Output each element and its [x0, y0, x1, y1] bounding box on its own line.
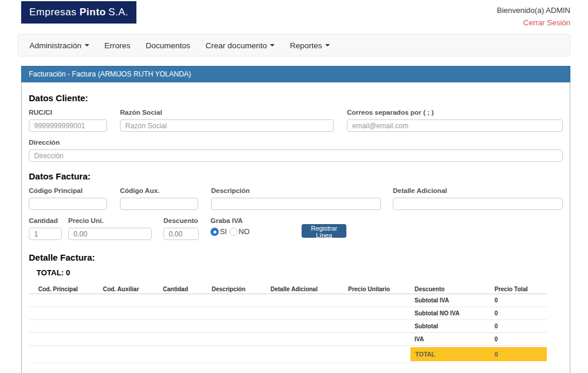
caret-down-icon — [270, 44, 275, 46]
cantidad-label: Cantidad — [29, 217, 62, 224]
summary-label: Subtotal IVA — [415, 297, 449, 304]
col-detalle-adicional: Detalle Adicional — [270, 286, 318, 292]
col-cod-auxiliar: Cod. Auxiliar — [103, 286, 139, 292]
total-highlight-bar: TOTAL 0 — [410, 347, 547, 361]
panel-title: Facturación - Factura (ARMIJOS RUTH YOLA… — [21, 66, 570, 82]
razon-social-label: Razón Social — [120, 109, 334, 116]
panel-body: Datos Cliente: RUC/CI Razón Social Corre… — [21, 82, 570, 373]
summary-value: 0 — [495, 310, 498, 317]
ruc-input[interactable] — [29, 119, 107, 132]
descripcion-input[interactable] — [211, 198, 381, 210]
summary-label: IVA — [415, 336, 424, 342]
logo-text-bold: Pinto — [79, 6, 106, 18]
codigo-aux-label: Código Aux. — [120, 187, 198, 194]
table-header-row: Cod. Principal Cod. Auxiliar Cantidad De… — [29, 284, 547, 294]
nav-item-label: Administración — [29, 41, 82, 50]
registrar-linea-button[interactable]: Registrar Línea — [302, 224, 346, 238]
col-descripcion: Descripción — [212, 286, 245, 292]
cantidad-input[interactable] — [29, 228, 62, 240]
nav-item-errores[interactable]: Errores — [97, 35, 138, 56]
codigo-principal-label: Código Principal — [29, 187, 107, 194]
col-precio-total: Precio Total — [495, 286, 528, 292]
summary-value: 0 — [495, 336, 498, 342]
correos-label: Correos separados por ( ; ) — [347, 109, 563, 116]
descuento-input[interactable] — [163, 228, 199, 240]
logout-link[interactable]: Cerrar Sesión — [523, 18, 570, 27]
summary-value: 0 — [495, 297, 498, 304]
table-row-subtotal: Subtotal 0 — [29, 320, 547, 333]
client-row-2: Dirección — [29, 139, 563, 162]
caret-down-icon — [325, 44, 330, 46]
nav-item-administracion[interactable]: Administración — [22, 35, 97, 56]
summary-label: Subtotal — [415, 323, 438, 329]
nav-item-reportes[interactable]: Reportes — [282, 35, 338, 56]
logo-text-suffix: S.A. — [108, 6, 128, 18]
codigo-aux-input[interactable] — [120, 198, 198, 210]
invoice-panel: Facturación - Factura (ARMIJOS RUTH YOLA… — [21, 66, 570, 373]
ruc-label: RUC/CI — [29, 109, 107, 116]
company-logo: Empresas Pinto S.A. — [21, 1, 136, 24]
nav-item-documentos[interactable]: Documentos — [138, 35, 198, 56]
precio-uni-input[interactable] — [68, 228, 152, 240]
razon-social-input[interactable] — [120, 119, 334, 132]
nav-item-label: Reportes — [290, 41, 322, 50]
invoice-section-heading: Datos Factura: — [29, 171, 563, 181]
detail-table: Cod. Principal Cod. Auxiliar Cantidad De… — [29, 284, 547, 363]
detalle-adicional-input[interactable] — [393, 198, 563, 210]
nav-item-label: Errores — [105, 41, 131, 50]
invoice-row-1: Código Principal Código Aux. Descripción… — [29, 187, 563, 210]
radio-si[interactable] — [211, 228, 219, 236]
col-cantidad: Cantidad — [163, 286, 188, 292]
precio-uni-label: Precio Uni. — [68, 217, 152, 224]
graba-iva-label: Graba IVA — [211, 217, 252, 224]
table-row-total: TOTAL 0 — [29, 346, 547, 363]
col-precio-unitario: Precio Unitario — [348, 286, 390, 292]
radio-si-label: SI — [220, 228, 227, 236]
total-line: TOTAL: 0 — [36, 268, 563, 277]
nav-item-label: Crear documento — [206, 41, 267, 50]
direccion-label: Dirección — [29, 139, 563, 146]
logo-text-prefix: Empresas — [29, 6, 77, 18]
correos-input[interactable] — [347, 119, 563, 132]
radio-no[interactable] — [229, 228, 238, 236]
invoice-row-2: Cantidad Precio Uni. Descuento Graba IVA… — [29, 217, 563, 244]
client-row-1: RUC/CI Razón Social Correos separados po… — [29, 109, 563, 132]
nav-item-label: Documentos — [146, 41, 191, 50]
total-label: TOTAL — [415, 351, 435, 358]
detail-section-heading: Detalle Factura: — [29, 252, 563, 262]
descuento-label: Descuento — [163, 217, 199, 224]
main-navbar: Administración Errores Documentos Crear … — [18, 34, 570, 56]
table-row-subtotal-iva: Subtotal IVA 0 — [29, 294, 547, 307]
summary-label: Subtotal NO IVA — [415, 310, 459, 317]
caret-down-icon — [85, 44, 89, 46]
nav-item-crear-documento[interactable]: Crear documento — [198, 35, 282, 56]
col-descuento: Descuento — [415, 286, 445, 292]
direccion-input[interactable] — [29, 149, 563, 162]
codigo-principal-input[interactable] — [29, 198, 107, 210]
col-cod-principal: Cod. Principal — [38, 286, 78, 292]
table-row-iva: IVA 0 — [29, 333, 547, 346]
total-value: 0 — [495, 351, 498, 358]
client-section-heading: Datos Cliente: — [29, 93, 563, 103]
welcome-text: Bienvenido(a) ADMIN — [497, 6, 570, 15]
summary-value: 0 — [495, 323, 498, 329]
detalle-adicional-label: Detalle Adicional — [393, 187, 563, 194]
top-header: Empresas Pinto S.A. Bienvenido(a) ADMIN … — [0, 0, 588, 31]
descripcion-label: Descripción — [211, 187, 381, 194]
table-row-subtotal-no-iva: Subtotal NO IVA 0 — [29, 307, 547, 320]
radio-no-label: NO — [239, 228, 250, 236]
